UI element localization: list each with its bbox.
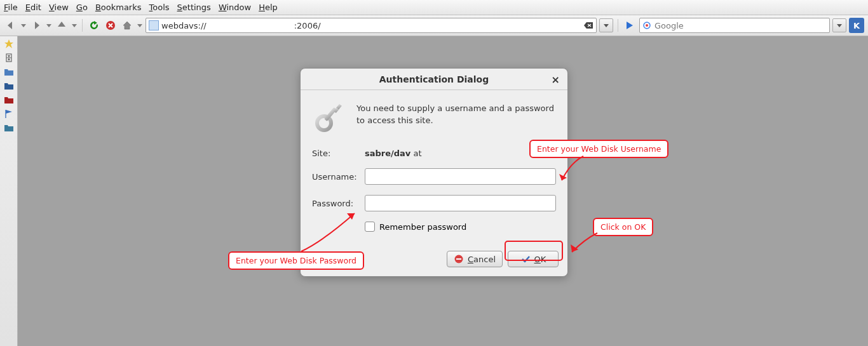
- menu-bookmarks[interactable]: Bookmarks: [95, 3, 142, 12]
- flag-icon[interactable]: [4, 109, 14, 119]
- menu-file[interactable]: File: [4, 3, 18, 12]
- back-button[interactable]: [4, 18, 18, 32]
- menu-edit[interactable]: Edit: [25, 3, 41, 12]
- menu-window[interactable]: Window: [219, 3, 251, 12]
- up-dropdown[interactable]: [71, 18, 78, 32]
- kde-logo-icon[interactable]: K: [849, 18, 864, 33]
- password-label: Password:: [312, 199, 360, 208]
- bookmarks-star-icon[interactable]: [4, 39, 14, 49]
- dialog-title: Authentication Dialog: [379, 74, 489, 84]
- menu-settings[interactable]: Settings: [177, 3, 211, 12]
- ok-check-icon: [520, 254, 531, 264]
- folder-teal-icon[interactable]: [4, 123, 14, 133]
- remember-label: Remember password: [379, 222, 466, 232]
- menu-go[interactable]: Go: [76, 3, 88, 12]
- home-dropdown[interactable]: [137, 18, 143, 32]
- key-icon: [312, 100, 348, 136]
- back-dropdown[interactable]: [20, 18, 27, 32]
- username-input[interactable]: [365, 168, 556, 185]
- username-label: Username:: [312, 172, 360, 182]
- reload-button[interactable]: [87, 18, 101, 32]
- menu-tools[interactable]: Tools: [149, 3, 170, 12]
- search-bar[interactable]: Google: [639, 18, 830, 33]
- forward-dropdown[interactable]: [46, 18, 52, 32]
- folder-red-icon[interactable]: [4, 95, 14, 105]
- history-icon[interactable]: [4, 53, 14, 63]
- forward-button[interactable]: [29, 18, 43, 32]
- dialog-message: You need to supply a username and a pass…: [356, 103, 556, 127]
- annotation-password: Enter your Web Disk Password: [228, 251, 364, 270]
- go-button[interactable]: [623, 18, 637, 32]
- menu-help[interactable]: Help: [259, 3, 278, 12]
- toolbar-separator-2: [618, 19, 618, 32]
- address-text-prefix: webdavs://: [161, 21, 207, 30]
- home-button[interactable]: [120, 18, 134, 32]
- address-bar[interactable]: webdavs:// :2006/: [146, 18, 597, 33]
- remember-checkbox[interactable]: [365, 222, 375, 232]
- annotation-ok: Click on OK: [593, 218, 653, 236]
- folder-blue-icon[interactable]: [4, 67, 14, 77]
- svg-rect-9: [456, 258, 461, 260]
- cancel-button[interactable]: Cancel: [447, 251, 503, 267]
- site-value: sabre/dav at: [365, 149, 556, 158]
- up-button[interactable]: [55, 18, 69, 32]
- annotation-username: Enter your Web Disk Username: [529, 140, 668, 158]
- site-label: Site:: [312, 149, 360, 158]
- search-engine-icon: [642, 21, 651, 30]
- stop-button[interactable]: [104, 18, 118, 32]
- toolbar-separator: [82, 19, 83, 32]
- search-dropdown[interactable]: [832, 18, 846, 32]
- address-text-suffix: :2006/: [294, 21, 321, 30]
- close-icon[interactable]: ×: [552, 74, 560, 86]
- folder-dark-icon[interactable]: [4, 81, 14, 91]
- menubar: File Edit View Go Bookmarks Tools Settin…: [0, 0, 868, 15]
- protocol-icon: [149, 20, 159, 30]
- address-dropdown[interactable]: [599, 18, 613, 32]
- search-placeholder: Google: [654, 21, 827, 30]
- menu-view[interactable]: View: [49, 3, 69, 12]
- toolbar: webdavs:// :2006/ Google K: [0, 15, 868, 36]
- sidebar: [0, 36, 18, 346]
- ok-button[interactable]: OK: [508, 251, 559, 267]
- clear-icon[interactable]: [583, 22, 593, 29]
- password-input[interactable]: [365, 195, 556, 211]
- dialog-titlebar: Authentication Dialog ×: [301, 69, 567, 90]
- svg-point-2: [646, 24, 648, 27]
- cancel-icon: [454, 254, 464, 264]
- auth-dialog: Authentication Dialog × You need to supp…: [300, 68, 568, 277]
